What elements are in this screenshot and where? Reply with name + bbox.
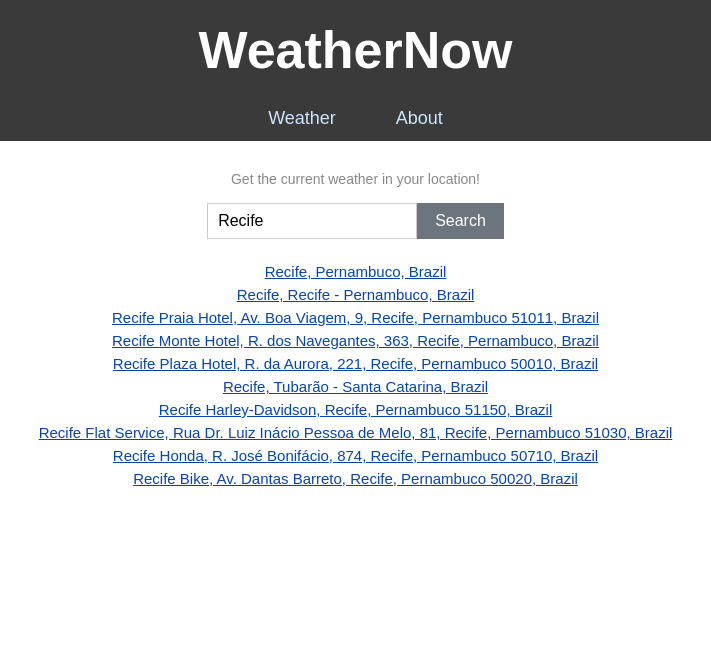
- result-link[interactable]: Recife Praia Hotel, Av. Boa Viagem, 9, R…: [112, 309, 599, 326]
- result-link[interactable]: Recife, Tubarão - Santa Catarina, Brazil: [223, 378, 488, 395]
- result-link[interactable]: Recife, Recife - Pernambuco, Brazil: [237, 286, 475, 303]
- search-row: Search: [207, 203, 504, 239]
- results-list: Recife, Pernambuco, Brazil Recife, Recif…: [20, 263, 691, 487]
- result-link[interactable]: Recife Plaza Hotel, R. da Aurora, 221, R…: [113, 355, 598, 372]
- app-title: WeatherNow: [0, 20, 711, 96]
- result-link[interactable]: Recife Bike, Av. Dantas Barreto, Recife,…: [133, 470, 578, 487]
- result-link[interactable]: Recife Monte Hotel, R. dos Navegantes, 3…: [112, 332, 599, 349]
- app-header: WeatherNow Weather About: [0, 0, 711, 141]
- search-button[interactable]: Search: [417, 203, 504, 239]
- result-link[interactable]: Recife, Pernambuco, Brazil: [265, 263, 447, 280]
- main-nav: Weather About: [0, 96, 711, 141]
- result-link[interactable]: Recife Honda, R. José Bonifácio, 874, Re…: [113, 447, 598, 464]
- nav-about[interactable]: About: [396, 108, 443, 129]
- result-link[interactable]: Recife Harley-Davidson, Recife, Pernambu…: [159, 401, 553, 418]
- search-input[interactable]: [207, 203, 417, 239]
- nav-weather[interactable]: Weather: [268, 108, 336, 129]
- subtitle: Get the current weather in your location…: [231, 171, 480, 187]
- result-link[interactable]: Recife Flat Service, Rua Dr. Luiz Inácio…: [39, 424, 673, 441]
- main-content: Get the current weather in your location…: [0, 141, 711, 517]
